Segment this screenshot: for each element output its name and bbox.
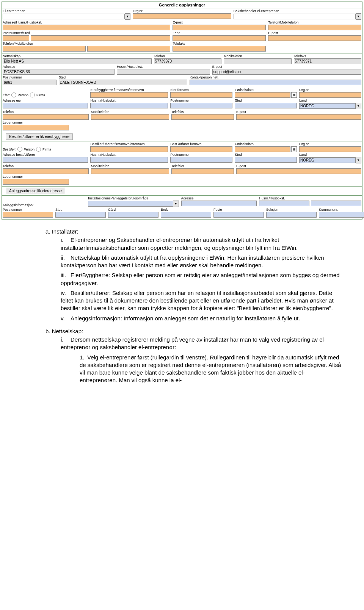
dropdown-icon[interactable]: ▼ xyxy=(356,157,361,163)
input-best-postnr[interactable] xyxy=(170,157,232,163)
input-best-telefon[interactable] xyxy=(3,168,89,174)
label-husnr: Husnr./Husbokst. xyxy=(117,65,210,69)
input-eier-fornavn[interactable] xyxy=(170,92,232,98)
input-sted[interactable] xyxy=(31,35,170,41)
instructions-text: a. Installatør: i.El-entreprenør og Saks… xyxy=(0,221,364,397)
input-seksjon[interactable] xyxy=(266,212,317,218)
label-telefon: Telefon xyxy=(3,110,89,114)
input-nett-telefaks[interactable] xyxy=(294,58,361,64)
input-kommunenr[interactable] xyxy=(319,212,364,218)
input-best-telefaks[interactable] xyxy=(171,168,234,174)
label-el-entr: El-entreprenør xyxy=(3,9,130,13)
input-gard[interactable] xyxy=(108,212,158,218)
text-b-i-1: Velg el-entreprenør først (rullegardin t… xyxy=(80,354,341,384)
input-best-fornavn[interactable] xyxy=(170,146,232,152)
input-best-husnr[interactable] xyxy=(90,157,168,163)
input-anlegg-husbokst[interactable] xyxy=(311,201,361,206)
input-postnr[interactable] xyxy=(3,35,29,41)
input-eier-telefon[interactable] xyxy=(3,114,89,120)
calendar-icon[interactable]: ▦ xyxy=(291,146,297,152)
label-adresse: Adresse/Husnr./Husbokst. xyxy=(3,20,170,24)
radio-best-firma[interactable] xyxy=(36,147,41,152)
input-orgnr[interactable] xyxy=(133,13,231,19)
input-eier-mobil[interactable] xyxy=(91,114,169,120)
input-anlegg-adresse[interactable] xyxy=(181,201,257,206)
input-nett-epost[interactable] xyxy=(212,69,361,75)
text-b-i: Dersom nettselskap registrerer melding p… xyxy=(61,336,326,350)
label-husnr: Husnr./Husbokst. xyxy=(90,153,168,157)
section-btn-anlegg: Anleggsadresse lik eieradresse xyxy=(2,187,362,196)
input-eier-telefaks[interactable] xyxy=(171,114,234,120)
input-nett-sted[interactable] xyxy=(59,80,188,85)
input-land[interactable] xyxy=(173,35,266,41)
input-mobil[interactable] xyxy=(87,46,170,52)
input-el-entr[interactable] xyxy=(3,14,125,19)
input-eier-fodsel[interactable] xyxy=(235,92,290,98)
input-eier-firmanavn[interactable] xyxy=(90,92,168,98)
input-bruk[interactable] xyxy=(161,212,211,218)
label-epost: E-post xyxy=(212,65,361,69)
input-best-lopenr[interactable] xyxy=(3,179,69,185)
input-best-land[interactable] xyxy=(299,157,356,163)
label-kontakt: Kontaktperson nett xyxy=(190,75,361,79)
input-best-orgnr[interactable] xyxy=(299,146,361,152)
section-nettselskap: Nettselskap Telefon Mobiltelefon Telefak… xyxy=(2,53,362,87)
input-bruks[interactable] xyxy=(88,201,173,207)
input-best-epost[interactable] xyxy=(236,168,361,174)
dropdown-icon[interactable]: ▼ xyxy=(173,201,179,207)
section-btn-bestiller: Bestiller/utfører er lik eier/byggherre xyxy=(2,132,362,141)
label-lopenr: Løpenummer xyxy=(3,121,69,124)
input-best-sted[interactable] xyxy=(235,157,297,163)
label-telefaks: Telefaks xyxy=(173,42,266,45)
input-nett-mobil[interactable] xyxy=(224,58,291,64)
button-anlegg-lik-eier[interactable]: Anleggsadresse lik eieradresse xyxy=(6,188,65,194)
radio-eier-firma[interactable] xyxy=(30,93,35,97)
input-anlegg-postnr[interactable] xyxy=(3,212,53,218)
input-eier-adresse[interactable] xyxy=(3,103,88,108)
label-saksbehandler: Saksbehandler el-entreprenør xyxy=(234,9,361,13)
input-adresse[interactable] xyxy=(3,25,170,30)
label-fodsel: Fødselsdato xyxy=(235,88,297,92)
input-eier-husnr[interactable] xyxy=(90,103,168,108)
input-nett-husnr[interactable] xyxy=(117,69,210,75)
dropdown-icon[interactable]: ▼ xyxy=(356,13,361,20)
input-telefaks[interactable] xyxy=(173,46,266,52)
label-mobil: Mobiltelefon xyxy=(224,54,291,58)
input-epost[interactable] xyxy=(173,25,266,30)
text-a-ii: Nettselskap blir automatisk utfylt ut fr… xyxy=(61,254,324,268)
dropdown-icon[interactable]: ▼ xyxy=(125,13,130,20)
label-postnr: Postnummer xyxy=(170,99,232,102)
radio-eier-person[interactable] xyxy=(11,93,16,97)
calendar-icon[interactable]: ▦ xyxy=(291,92,297,98)
input-feste[interactable] xyxy=(213,212,264,218)
label-husnr: Husnr./Husbokst. xyxy=(90,99,168,102)
input-nett-telefon[interactable] xyxy=(154,58,221,64)
input-eier-orgnr[interactable] xyxy=(299,92,361,98)
input-nett-adresse[interactable] xyxy=(3,69,115,75)
dropdown-icon[interactable]: ▼ xyxy=(356,103,361,109)
button-bestiller-lik-eier[interactable]: Bestiller/utfører er lik eier/byggherre xyxy=(6,133,73,140)
label-feste: Feste xyxy=(213,208,264,212)
input-nett-kontakt[interactable] xyxy=(190,80,361,85)
input-anlegg-sted[interactable] xyxy=(55,212,106,218)
input-best-firmanavn[interactable] xyxy=(90,146,168,152)
label-telefaks: Telefaks xyxy=(294,54,361,58)
input-anlegg-husnr[interactable] xyxy=(259,201,309,206)
input-tele-mob[interactable] xyxy=(268,25,361,30)
input-telefon[interactable] xyxy=(3,46,86,52)
radio-best-person[interactable] xyxy=(17,147,22,152)
input-saksbehandler[interactable] xyxy=(234,14,356,19)
input-best-mobil[interactable] xyxy=(91,168,169,174)
input-eier-epost[interactable] xyxy=(236,114,361,120)
label-land: Land xyxy=(299,99,361,102)
input-best-fodsel[interactable] xyxy=(235,146,290,152)
input-eier-lopenr[interactable] xyxy=(3,125,69,130)
input-eier-land[interactable] xyxy=(299,103,356,109)
input-eier-postnr[interactable] xyxy=(170,103,232,108)
input-nett-postnr[interactable] xyxy=(3,80,56,85)
label-epost: E-post xyxy=(236,110,361,114)
input-epost2[interactable] xyxy=(268,35,361,41)
input-best-adresse[interactable] xyxy=(3,157,88,163)
input-nettselskap[interactable] xyxy=(3,58,152,64)
input-eier-sted[interactable] xyxy=(235,103,297,108)
